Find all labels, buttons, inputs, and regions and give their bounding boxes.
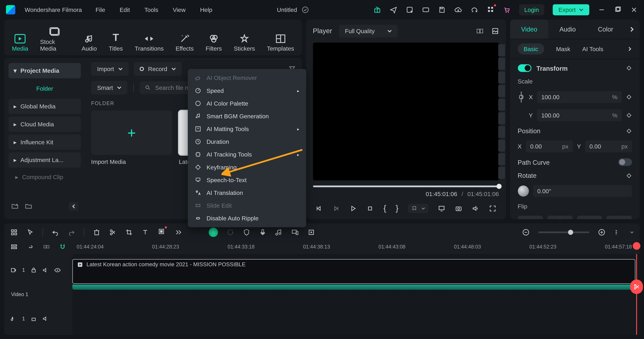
playhead[interactable]	[636, 254, 637, 335]
tab-audio[interactable]: Audio	[82, 34, 97, 55]
login-button[interactable]: Login	[519, 4, 544, 15]
tab-titles[interactable]: TTitles	[109, 31, 123, 55]
sidebar-adjustment-layer[interactable]: ▸Adjustment La...	[8, 152, 81, 168]
video-clip[interactable]: Latest Korean action comedy movie 2021 -…	[72, 259, 636, 284]
new-folder-icon[interactable]	[11, 203, 19, 210]
marker-add-icon[interactable]	[308, 228, 315, 236]
flip-horizontal-button[interactable]	[518, 216, 543, 219]
lock-icon[interactable]	[30, 267, 37, 274]
mic-icon[interactable]	[259, 228, 267, 236]
play-icon[interactable]	[349, 204, 357, 212]
marker-dropdown[interactable]	[408, 204, 428, 213]
lock-icon[interactable]	[30, 315, 37, 322]
zoom-in-icon[interactable]	[598, 228, 606, 236]
sidebar-project-media[interactable]: ▾Project Media	[8, 63, 81, 78]
color-wheel-icon[interactable]	[226, 228, 234, 236]
mute-icon[interactable]	[42, 267, 49, 274]
sidebar-global-media[interactable]: ▸Global Media	[8, 99, 81, 114]
import-dropdown[interactable]: Import	[91, 62, 128, 76]
devices-icon[interactable]	[291, 228, 299, 236]
maximize-icon[interactable]	[614, 6, 622, 14]
rotate-input[interactable]: 0.00°	[533, 185, 632, 197]
ctx-smart-bgm[interactable]: Smart BGM Generation	[188, 110, 306, 122]
import-media-tile[interactable]: +Import Media	[91, 111, 172, 165]
view-options-icon[interactable]	[614, 228, 622, 236]
keyframe-icon[interactable]	[626, 128, 632, 134]
ctx-ai-color-palette[interactable]: AI Color Palette	[188, 97, 306, 110]
gift-icon[interactable]	[374, 6, 381, 14]
ctx-ai-matting[interactable]: AI Matting Tools▸	[188, 122, 306, 135]
menu-edit[interactable]: Edit	[120, 6, 130, 13]
menu-tools[interactable]: Tools	[144, 6, 158, 13]
keyframe-icon[interactable]	[626, 65, 632, 71]
scale-y-input[interactable]: 100.00%	[537, 109, 622, 121]
transform-toggle[interactable]	[518, 64, 531, 72]
video-track-head[interactable]: 1	[4, 254, 72, 286]
audio-track-head[interactable]: 1	[4, 303, 72, 335]
track-lanes[interactable]: Latest Korean action comedy movie 2021 -…	[72, 254, 640, 335]
ctx-duration[interactable]: Duration	[188, 135, 306, 148]
display-icon[interactable]	[438, 204, 446, 212]
inspector-tab-audio[interactable]: Audio	[548, 19, 587, 39]
scrub-knob[interactable]	[496, 184, 502, 189]
headphones-icon[interactable]	[470, 6, 478, 14]
mark-out-icon[interactable]: }	[396, 203, 398, 213]
stop-icon[interactable]	[366, 204, 374, 212]
send-icon[interactable]	[390, 6, 398, 14]
picture-icon[interactable]	[491, 27, 499, 35]
pos-x-input[interactable]: 0.00px	[526, 140, 573, 152]
subtab-basic[interactable]: Basic	[518, 43, 544, 54]
tl-group-icon[interactable]	[42, 243, 50, 251]
more-tools-icon[interactable]	[174, 228, 182, 236]
keyframe-icon[interactable]	[626, 173, 632, 179]
link-scale-icon[interactable]	[518, 91, 524, 103]
cloud-download-icon[interactable]	[454, 6, 462, 14]
record-dropdown[interactable]: Record	[134, 62, 182, 76]
zoom-slider[interactable]	[538, 231, 589, 233]
layout1-icon[interactable]	[406, 6, 414, 14]
sidebar-cloud-media[interactable]: ▸Cloud Media	[8, 117, 81, 132]
text-tool-icon[interactable]	[142, 228, 149, 236]
export-button[interactable]: Export	[552, 4, 589, 15]
video-viewport[interactable]	[313, 42, 499, 180]
subtab-more[interactable]	[628, 47, 632, 51]
redo-icon[interactable]	[68, 228, 76, 236]
sidebar-folder[interactable]: Folder	[8, 81, 81, 96]
pos-y-input[interactable]: 0.00px	[585, 140, 632, 152]
ai-avatar-icon[interactable]	[209, 228, 218, 237]
subtab-mask[interactable]: Mask	[556, 45, 570, 52]
smart-dropdown[interactable]: Smart	[91, 81, 128, 94]
cloud-sync-icon[interactable]	[301, 6, 309, 14]
sidebar-influence-kit[interactable]: ▸Influence Kit	[8, 134, 81, 150]
minimize-icon[interactable]	[598, 6, 606, 14]
menu-help[interactable]: Help	[200, 6, 212, 13]
tab-templates[interactable]: Templates	[267, 34, 294, 55]
compare-view-icon[interactable]	[476, 27, 484, 35]
delete-icon[interactable]	[93, 228, 100, 236]
scale-x-input[interactable]: 100.00%	[537, 91, 622, 103]
ctx-speed[interactable]: Speed▸	[188, 84, 306, 97]
save-icon[interactable]	[438, 6, 446, 14]
mute-icon[interactable]	[42, 315, 49, 322]
inspector-tab-color[interactable]: Color	[587, 19, 624, 39]
ctx-ai-translation[interactable]: AI Translation	[188, 186, 306, 199]
split-icon[interactable]	[109, 228, 117, 236]
apps-icon-wrap[interactable]	[487, 5, 494, 14]
ruler[interactable]: 01:44:24:04 01:44:28:23 01:44:33:18 01:4…	[75, 244, 634, 250]
snapshot-icon[interactable]	[455, 204, 462, 212]
scrub-bar[interactable]	[313, 186, 499, 187]
rotate-knob[interactable]	[518, 186, 529, 197]
keyframe-icon[interactable]	[626, 112, 632, 118]
tl-pointer-icon[interactable]	[26, 228, 34, 236]
subtab-ai-tools[interactable]: AI Tools	[582, 45, 604, 52]
new-bin-icon[interactable]	[25, 203, 32, 210]
rotate-cw-button[interactable]	[577, 216, 602, 219]
inspector-next-button[interactable]	[624, 22, 640, 36]
shield-icon[interactable]	[243, 228, 250, 236]
quality-dropdown[interactable]: Full Quality	[339, 25, 398, 37]
inspector-tab-video[interactable]: Video	[510, 19, 548, 39]
cart-icon[interactable]	[503, 6, 511, 14]
eye-icon[interactable]	[54, 267, 61, 274]
crop-fill-icon-wrap[interactable]	[158, 228, 165, 237]
prev-frame-icon[interactable]	[315, 204, 323, 212]
